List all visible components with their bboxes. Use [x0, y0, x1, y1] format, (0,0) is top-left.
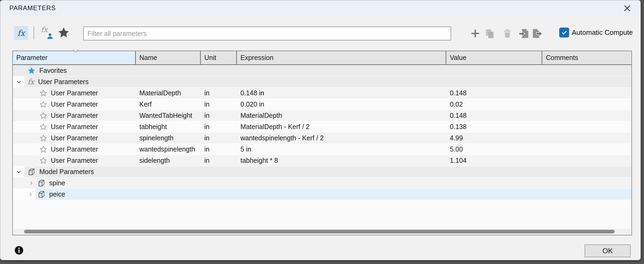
cell-comments: [542, 65, 631, 76]
cell-value: [446, 178, 542, 188]
table-row-WantedTabHeight[interactable]: User ParameterWantedTabHeightinMaterialD…: [13, 110, 631, 121]
close-icon: [623, 4, 631, 13]
parameter-tree-cell: spine: [13, 178, 136, 188]
import-icon: [518, 28, 530, 39]
cell-comments: [542, 189, 631, 200]
filter-parameters-input[interactable]: [83, 27, 451, 40]
favorite-star-outline-icon[interactable]: [40, 134, 47, 142]
table-row-sidelength[interactable]: User Parametersidelengthintabheight * 81…: [13, 155, 631, 166]
favorite-star-outline-icon[interactable]: [40, 112, 47, 119]
star-icon: [57, 27, 70, 39]
favorites-filter-button[interactable]: [57, 27, 70, 39]
cell-unit: [201, 65, 237, 76]
parameter-tree-cell: User Parameter: [13, 133, 136, 144]
table-row-wantedspinelength[interactable]: User Parameterwantedspinelengthin5 in5.0…: [13, 144, 631, 155]
title-bar: PARAMETERS: [0, 0, 641, 16]
column-header-comments[interactable]: Comments: [542, 51, 631, 64]
automatic-compute-label: Automatic Compute: [572, 28, 633, 37]
row-label: User Parameters: [38, 78, 89, 86]
cell-expression[interactable]: 0.148 in: [237, 88, 446, 99]
cell-unit: [201, 178, 237, 188]
cell-unit: in: [201, 144, 237, 155]
person-icon: [46, 32, 54, 40]
cell-comments[interactable]: [542, 133, 631, 144]
cell-name: [136, 166, 201, 177]
row-label: peice: [49, 190, 65, 198]
favorite-star-outline-icon[interactable]: [40, 89, 47, 97]
duplicate-parameter-button[interactable]: [483, 28, 496, 39]
cell-unit: in: [201, 121, 237, 132]
cell-value: 0.148: [446, 110, 542, 121]
cell-name[interactable]: MaterialDepth: [136, 88, 201, 99]
cell-expression[interactable]: MaterialDepth - Kerf / 2: [237, 121, 446, 132]
parameter-tree-cell: User Parameter: [13, 88, 136, 99]
column-header-value[interactable]: Value: [446, 51, 542, 64]
cell-expression[interactable]: 5 in: [237, 144, 446, 155]
filter-user-parameters-button[interactable]: fx: [14, 26, 28, 40]
table-row-favorites[interactable]: Favorites: [13, 65, 631, 76]
row-label: Favorites: [39, 67, 67, 74]
cell-expression: [237, 76, 446, 87]
table-row-peice[interactable]: peice: [13, 189, 631, 200]
table-row-spine[interactable]: spine: [13, 178, 631, 189]
cell-comments[interactable]: [542, 88, 631, 99]
cell-comments[interactable]: [542, 99, 631, 110]
cell-value: [446, 189, 542, 200]
column-header-parameter[interactable]: Parameter: [13, 51, 136, 64]
cell-expression[interactable]: tabheight * 8: [237, 155, 446, 166]
cell-expression: [237, 178, 446, 188]
dialog-title: PARAMETERS: [9, 4, 56, 12]
table-row-Kerf[interactable]: User ParameterKerfin0.020 in0.02: [13, 99, 631, 110]
cell-expression[interactable]: 0.020 in: [237, 99, 446, 110]
cell-name[interactable]: WantedTabHeight: [136, 110, 201, 121]
cell-comments[interactable]: [542, 144, 631, 155]
add-parameter-button[interactable]: [469, 28, 482, 39]
cell-name[interactable]: wantedspinelength: [136, 144, 201, 155]
table-row-tabheight[interactable]: User ParametertabheightinMaterialDepth -…: [13, 121, 631, 133]
cell-unit: in: [201, 88, 237, 99]
row-label: User Parameter: [51, 89, 98, 97]
favorite-star-outline-icon[interactable]: [40, 146, 47, 153]
delete-parameter-button[interactable]: [501, 28, 514, 39]
cell-comments[interactable]: [542, 110, 631, 121]
table-row-model-parameters[interactable]: Model Parameters: [13, 166, 631, 178]
table-row-spinelength[interactable]: User Parameterspinelengthinwantedspinele…: [13, 133, 631, 144]
trash-icon: [502, 28, 513, 39]
cell-value: 0.138: [446, 121, 542, 132]
cell-name[interactable]: spinelength: [136, 133, 201, 144]
cell-comments: [542, 76, 631, 87]
cell-expression: [237, 189, 446, 200]
automatic-compute-checkbox[interactable]: [559, 28, 569, 37]
cell-name[interactable]: Kerf: [136, 99, 201, 110]
export-icon: [531, 28, 543, 39]
horizontal-scrollbar-thumb[interactable]: [24, 230, 615, 233]
favorite-star-outline-icon[interactable]: [40, 101, 47, 108]
cell-expression[interactable]: MaterialDepth: [237, 110, 446, 121]
user-parameter-filter-button[interactable]: fx: [40, 27, 54, 39]
ok-button[interactable]: OK: [585, 244, 631, 257]
column-header-expression[interactable]: Expression: [237, 51, 446, 64]
automatic-compute-toggle[interactable]: Automatic Compute: [559, 28, 633, 37]
export-parameters-button[interactable]: [531, 28, 544, 39]
table-row-MaterialDepth[interactable]: User ParameterMaterialDepthin0.148 in0.1…: [13, 88, 631, 99]
info-button[interactable]: [14, 246, 24, 255]
cell-value: 4.99: [446, 133, 542, 144]
cell-name[interactable]: sidelength: [136, 155, 201, 166]
column-header-label: Name: [139, 54, 157, 62]
import-parameters-button[interactable]: [518, 28, 530, 39]
favorite-star-outline-icon[interactable]: [40, 157, 47, 164]
column-header-name[interactable]: Name: [136, 51, 201, 64]
cell-value: [446, 166, 542, 177]
cell-comments[interactable]: [542, 121, 631, 132]
favorite-star-outline-icon[interactable]: [40, 123, 47, 131]
close-button[interactable]: [622, 3, 632, 13]
cell-name[interactable]: tabheight: [136, 121, 201, 132]
table-row-user-parameters[interactable]: fxUser Parameters: [13, 76, 631, 88]
row-label: User Parameter: [51, 100, 98, 108]
row-label: spine: [49, 179, 65, 187]
cell-comments[interactable]: [542, 155, 631, 166]
cell-expression[interactable]: wantedspinelength - Kerf / 2: [237, 133, 446, 144]
column-header-unit[interactable]: Unit: [201, 51, 237, 64]
row-label: Model Parameters: [39, 168, 94, 176]
expand-group-button[interactable]: [28, 180, 34, 186]
